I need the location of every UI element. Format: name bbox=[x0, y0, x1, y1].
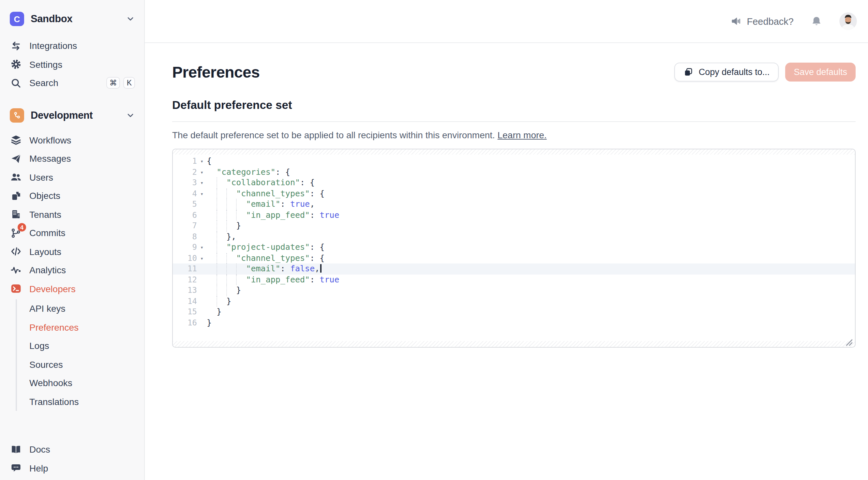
sidebar-item-users[interactable]: Users bbox=[0, 168, 144, 186]
code-line-8[interactable]: 8 }, bbox=[173, 231, 855, 242]
sidebar-item-developers[interactable]: Developers bbox=[0, 279, 144, 298]
sidebar-item-workflows[interactable]: Workflows bbox=[0, 131, 144, 149]
page-content: Preferences Copy defaults to... Save def… bbox=[145, 43, 868, 480]
editor-bottom-hatch bbox=[173, 341, 855, 347]
code-line-2[interactable]: 2▾ "categories": { bbox=[173, 167, 855, 177]
sidebar-env-nav: Workflows Messages bbox=[0, 131, 144, 411]
indent-guide bbox=[226, 188, 227, 199]
code-line-12[interactable]: 12 "in_app_feed": true bbox=[173, 274, 855, 285]
sidebar-item-api-keys[interactable]: API keys bbox=[17, 299, 144, 318]
chevron-down-icon bbox=[126, 111, 135, 120]
sidebar-item-commits[interactable]: 4 Commits bbox=[0, 224, 144, 242]
sidebar-item-preferences[interactable]: Preferences bbox=[17, 318, 144, 336]
sidebar-item-logs[interactable]: Logs bbox=[17, 336, 144, 355]
sidebar-item-integrations[interactable]: Integrations bbox=[0, 36, 144, 55]
git-commits-icon: 4 bbox=[10, 227, 22, 239]
token-pun: : { bbox=[300, 177, 315, 187]
indent-guide bbox=[217, 285, 217, 296]
indent-guide bbox=[236, 199, 237, 210]
app-window: C Sandbox Integrations bbox=[0, 0, 868, 480]
sidebar-item-webhooks[interactable]: Webhooks bbox=[17, 374, 144, 392]
code-lines: 1▾{2▾ "categories": {3▾ "collaboration":… bbox=[173, 156, 855, 328]
layers-icon bbox=[10, 134, 22, 146]
sidebar-item-objects[interactable]: Objects bbox=[0, 186, 144, 205]
line-number: 12 bbox=[173, 274, 197, 285]
indent-guide bbox=[217, 264, 217, 274]
integrations-icon bbox=[10, 40, 22, 52]
code-line-15[interactable]: 15 } bbox=[173, 306, 855, 317]
sidebar-bottom-nav: Docs Help bbox=[0, 440, 144, 480]
code-line-7[interactable]: 7 } bbox=[173, 220, 855, 231]
section-description: The default preference set to be applied… bbox=[172, 130, 856, 140]
code-line-4[interactable]: 4▾ "channel_types": { bbox=[173, 188, 855, 199]
token-bool: true bbox=[290, 199, 310, 209]
copy-defaults-button[interactable]: Copy defaults to... bbox=[675, 63, 779, 82]
megaphone-icon bbox=[731, 16, 742, 27]
main-area: Feedback? Pref bbox=[145, 0, 868, 480]
token-pun: : { bbox=[310, 188, 324, 198]
sidebar-item-translations[interactable]: Translations bbox=[17, 392, 144, 411]
avatar[interactable] bbox=[839, 12, 857, 30]
workspace-switcher[interactable]: C Sandbox bbox=[0, 9, 144, 29]
code-line-9[interactable]: 9▾ "project-updates": { bbox=[173, 242, 855, 253]
token-pun: } bbox=[207, 317, 212, 327]
sidebar-item-sources[interactable]: Sources bbox=[17, 355, 144, 374]
code-line-11[interactable]: 11 "email": false, bbox=[173, 264, 855, 274]
code-line-6[interactable]: 6 "in_app_feed": true bbox=[173, 210, 855, 220]
editor-top-hatch bbox=[173, 149, 855, 155]
save-defaults-button[interactable]: Save defaults bbox=[785, 63, 856, 82]
copy-icon bbox=[684, 67, 693, 77]
sidebar: C Sandbox Integrations bbox=[0, 0, 145, 480]
indent-guide bbox=[226, 199, 227, 210]
sidebar-item-layouts[interactable]: Layouts bbox=[0, 242, 144, 261]
notifications-bell-icon[interactable] bbox=[811, 15, 823, 27]
feedback-button[interactable]: Feedback? bbox=[731, 16, 794, 27]
line-number: 2 bbox=[173, 167, 197, 177]
json-code-editor[interactable]: 1▾{2▾ "categories": {3▾ "collaboration":… bbox=[172, 149, 856, 348]
fold-arrow-icon[interactable]: ▾ bbox=[197, 189, 207, 200]
token-str: "in_app_feed" bbox=[246, 274, 310, 284]
resize-handle[interactable] bbox=[845, 337, 853, 345]
workspace-logo: C bbox=[10, 12, 24, 26]
send-icon bbox=[10, 153, 22, 165]
code-line-13[interactable]: 13 } bbox=[173, 285, 855, 296]
sidebar-item-settings[interactable]: Settings bbox=[0, 55, 144, 74]
environment-switcher[interactable]: Development bbox=[0, 105, 144, 125]
fold-arrow-icon[interactable]: ▾ bbox=[197, 253, 207, 264]
token-str: "categories" bbox=[217, 167, 276, 176]
fold-arrow-icon[interactable]: ▾ bbox=[197, 178, 207, 189]
token-pun: : bbox=[280, 264, 290, 273]
sidebar-item-docs[interactable]: Docs bbox=[0, 440, 144, 459]
sidebar-item-search[interactable]: Search ⌘ K bbox=[0, 74, 144, 92]
line-number: 15 bbox=[173, 306, 197, 317]
code-line-5[interactable]: 5 "email": true, bbox=[173, 199, 855, 210]
copy-defaults-label: Copy defaults to... bbox=[699, 67, 770, 77]
sidebar-item-tenants[interactable]: Tenants bbox=[0, 205, 144, 224]
token-str: "in_app_feed" bbox=[246, 210, 310, 219]
learn-more-link[interactable]: Learn more. bbox=[498, 130, 547, 140]
token-pun: : { bbox=[310, 242, 324, 252]
chat-bubble-icon bbox=[10, 462, 22, 474]
indent-guide bbox=[236, 264, 237, 274]
users-icon bbox=[10, 172, 22, 183]
sidebar-item-analytics[interactable]: Analytics bbox=[0, 261, 144, 279]
code-line-3[interactable]: 3▾ "collaboration": { bbox=[173, 177, 855, 188]
indent-guide bbox=[226, 274, 227, 285]
sidebar-item-help[interactable]: Help bbox=[0, 459, 144, 477]
fold-arrow-icon[interactable]: ▾ bbox=[197, 243, 207, 253]
search-shortcut: ⌘ K bbox=[106, 77, 135, 89]
code-line-10[interactable]: 10▾ "channel_types": { bbox=[173, 253, 855, 264]
indent-guide bbox=[217, 253, 217, 264]
indent-guide bbox=[226, 220, 227, 231]
token-str: "collaboration" bbox=[226, 177, 300, 187]
indent-guide bbox=[217, 177, 217, 188]
code-line-14[interactable]: 14 } bbox=[173, 296, 855, 306]
line-number: 3 bbox=[173, 177, 197, 188]
sidebar-item-messages[interactable]: Messages bbox=[0, 149, 144, 168]
fold-arrow-icon[interactable]: ▾ bbox=[197, 167, 207, 178]
fold-arrow-icon[interactable]: ▾ bbox=[197, 156, 207, 167]
line-number: 7 bbox=[173, 220, 197, 231]
token-pun: , bbox=[315, 264, 319, 273]
code-line-1[interactable]: 1▾{ bbox=[173, 156, 855, 167]
code-line-16[interactable]: 16} bbox=[173, 317, 855, 328]
